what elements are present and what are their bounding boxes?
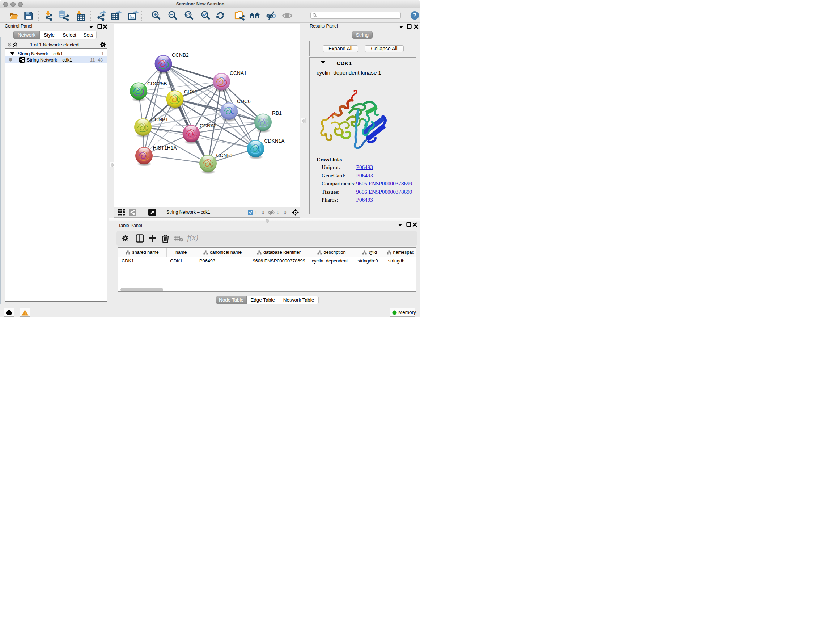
svg-text:CCNB2: CCNB2: [172, 52, 189, 58]
svg-text:CDKN1A: CDKN1A: [264, 138, 285, 144]
svg-text:RB1: RB1: [272, 111, 282, 116]
svg-text:CDC25B: CDC25B: [147, 81, 167, 87]
svg-text:CCNA1: CCNA1: [230, 71, 247, 76]
svg-text:HIST1H1A: HIST1H1A: [153, 145, 177, 150]
svg-text:?: ?: [413, 12, 417, 19]
svg-text:CDC6: CDC6: [237, 99, 251, 104]
svg-text:CDK1: CDK1: [184, 89, 197, 95]
svg-text:CCNA2: CCNA2: [200, 123, 217, 128]
svg-text:CCNE1: CCNE1: [216, 153, 233, 158]
svg-text:CCNB1: CCNB1: [151, 117, 168, 122]
